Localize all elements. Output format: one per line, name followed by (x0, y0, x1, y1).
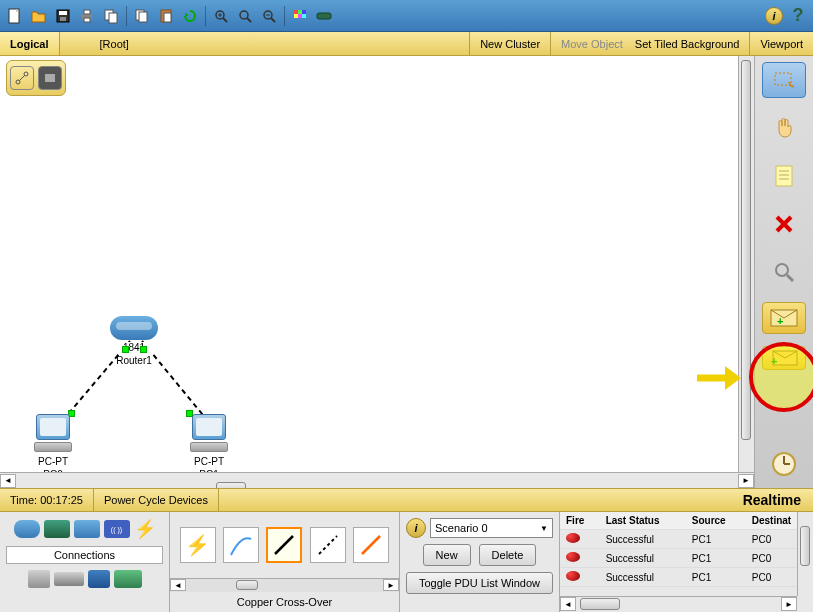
workspace-canvas[interactable]: 1841 Router1 PC-PT PC0 PC-PT PC1 ◄ (0, 56, 755, 488)
copy-type-icon[interactable] (100, 5, 122, 27)
pc0-type-label: PC-PT (30, 456, 76, 467)
router-name-label: Router1 (110, 355, 158, 366)
scenario-info-icon[interactable]: i (406, 518, 426, 538)
end-device-icon-2[interactable] (54, 572, 84, 586)
pdu-row[interactable]: SuccessfulPC1PC0 (560, 530, 813, 549)
print-icon[interactable] (76, 5, 98, 27)
open-file-icon[interactable] (28, 5, 50, 27)
pdu-row[interactable]: SuccessfulPC1PC0 (560, 549, 813, 568)
undo-icon[interactable] (179, 5, 201, 27)
custom-devices-icon[interactable] (313, 5, 335, 27)
viewport-button[interactable]: Viewport (749, 32, 813, 55)
fire-icon (566, 552, 580, 562)
navigation-icon[interactable] (10, 66, 34, 90)
cable-scrollbar[interactable]: ◄ ► (170, 578, 399, 592)
new-cluster-button[interactable]: New Cluster (469, 32, 550, 55)
right-tool-panel: + + (755, 56, 813, 488)
copy-icon[interactable] (131, 5, 153, 27)
move-hand-tool[interactable] (762, 110, 806, 146)
toggle-pdu-list-button[interactable]: Toggle PDU List Window (406, 572, 553, 594)
zoom-out-icon[interactable] (258, 5, 280, 27)
viewport-icon[interactable] (38, 66, 62, 90)
svg-rect-26 (298, 14, 302, 18)
cable-fiber[interactable] (353, 527, 389, 563)
pdu-row[interactable]: SuccessfulPC1PC0 (560, 568, 813, 587)
add-complex-pdu-tool[interactable]: + (762, 346, 806, 370)
pdu-header-fire[interactable]: Fire (560, 512, 600, 530)
svg-text:+: + (777, 315, 783, 327)
power-cycle-button[interactable]: Power Cycle Devices (94, 489, 219, 511)
svg-rect-10 (139, 12, 147, 22)
scenario-select[interactable]: Scenario 0▼ (430, 518, 553, 538)
bottom-panel: (( )) ⚡ Connections ⚡ ◄ ► Copper Cross-O… (0, 512, 813, 612)
end-device-icon-3[interactable] (88, 570, 110, 588)
svg-rect-28 (317, 13, 331, 19)
wireless-category-icon[interactable]: (( )) (104, 520, 130, 538)
corner-tool (6, 60, 66, 96)
palette-icon[interactable] (289, 5, 311, 27)
svg-point-17 (240, 11, 248, 19)
connections-category-icon[interactable]: ⚡ (134, 518, 156, 540)
cable-console[interactable] (223, 527, 259, 563)
svg-line-18 (247, 18, 251, 22)
svg-rect-23 (298, 10, 302, 14)
svg-line-52 (319, 536, 337, 554)
svg-rect-5 (84, 10, 90, 14)
zoom-in-icon[interactable] (210, 5, 232, 27)
switches-category-icon[interactable] (44, 520, 70, 538)
svg-rect-3 (60, 17, 66, 21)
select-tool[interactable] (762, 62, 806, 98)
svg-rect-6 (84, 18, 90, 22)
move-object-button[interactable]: Move Object (550, 32, 633, 55)
new-file-icon[interactable] (4, 5, 26, 27)
time-label: Time: 00:17:25 (0, 489, 94, 511)
delete-tool[interactable] (762, 206, 806, 242)
add-simple-pdu-tool[interactable]: + (762, 302, 806, 334)
realtime-tab[interactable]: Realtime (731, 492, 813, 508)
view-toolbar: Logical [Root] New Cluster Move Object S… (0, 32, 813, 56)
toggle-simulation-icon[interactable] (762, 446, 806, 482)
end-device-icon-4[interactable] (114, 570, 142, 588)
pdu-scrollbar-vertical[interactable] (797, 512, 813, 596)
routers-category-icon[interactable] (14, 520, 40, 538)
hubs-category-icon[interactable] (74, 520, 100, 538)
note-tool[interactable] (762, 158, 806, 194)
fire-icon (566, 533, 580, 543)
workspace-scrollbar-horizontal[interactable]: ◄ ► (0, 472, 754, 488)
svg-text:+: + (771, 355, 777, 366)
fire-icon (566, 571, 580, 581)
logical-tab[interactable]: Logical (0, 32, 60, 55)
svg-rect-35 (776, 166, 792, 186)
device-router1[interactable]: 1841 Router1 (110, 316, 158, 366)
status-bar: Time: 00:17:25 Power Cycle Devices Realt… (0, 488, 813, 512)
help-icon[interactable]: ? (787, 5, 809, 27)
info-icon[interactable]: i (763, 5, 785, 27)
workspace-scrollbar-vertical[interactable] (738, 56, 754, 472)
new-scenario-button[interactable]: New (423, 544, 471, 566)
pdu-list-panel: Fire Last Status Source Destinat Success… (560, 512, 813, 612)
svg-rect-12 (164, 13, 171, 22)
inspect-tool[interactable] (762, 254, 806, 290)
delete-scenario-button[interactable]: Delete (479, 544, 537, 566)
cable-straight[interactable] (266, 527, 302, 563)
main-toolbar: i ? (0, 0, 813, 32)
cable-crossover[interactable] (310, 527, 346, 563)
cable-panel: ⚡ ◄ ► Copper Cross-Over (170, 512, 400, 612)
save-file-icon[interactable] (52, 5, 74, 27)
set-tiled-background-button[interactable]: Set Tiled Background (633, 32, 750, 55)
end-device-icon-1[interactable] (28, 570, 50, 588)
pdu-scrollbar-horizontal[interactable]: ◄ ► (560, 596, 797, 612)
paste-icon[interactable] (155, 5, 177, 27)
router-model-label: 1841 (110, 342, 158, 353)
svg-rect-25 (294, 14, 298, 18)
cable-selected-label: Copper Cross-Over (170, 592, 399, 612)
pc1-type-label: PC-PT (186, 456, 232, 467)
pdu-header-status[interactable]: Last Status (600, 512, 686, 530)
device-pc0[interactable]: PC-PT PC0 (30, 414, 76, 480)
svg-line-42 (787, 275, 793, 281)
pdu-header-source[interactable]: Source (686, 512, 746, 530)
cable-auto[interactable]: ⚡ (180, 527, 216, 563)
svg-rect-2 (59, 11, 67, 15)
device-pc1[interactable]: PC-PT PC1 (186, 414, 232, 480)
zoom-reset-icon[interactable] (234, 5, 256, 27)
